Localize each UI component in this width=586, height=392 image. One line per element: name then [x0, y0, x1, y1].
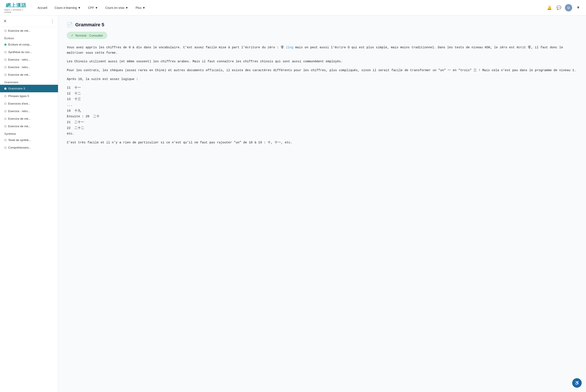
check-icon: ✓	[71, 34, 74, 37]
numbers-list: 11 十一 12 十二 13 十三 ... 19 十九 Ensuite : 20…	[67, 85, 578, 136]
page-header: 📄 Grammaire 5	[67, 22, 578, 28]
nav-item-visio[interactable]: Cours en visio ▼	[102, 5, 131, 11]
status-badge[interactable]: ✓ Terminé : Consulter	[67, 32, 107, 39]
logo-subtitle: learn | chinese | online	[4, 8, 28, 13]
sidebar-item-exercice-me-3[interactable]: Exercice de mé...	[0, 115, 58, 122]
page-title: Grammaire 5	[75, 22, 104, 28]
sidebar-item-dot	[4, 66, 6, 68]
notification-icon[interactable]: 🔔	[546, 4, 553, 11]
sidebar-item-label: Exercice de mé...	[8, 73, 30, 76]
sidebar-item-dot	[4, 125, 6, 128]
sidebar: ✕ ⋮ Exercice de mé... Écriture Écriture …	[0, 16, 58, 392]
sidebar-item-dot-active	[4, 88, 6, 90]
sidebar-item-label: Exercices d'ent...	[8, 102, 30, 105]
sidebar-item-dot	[4, 95, 6, 97]
sidebar-item-exercice-me-4[interactable]: Exercice de mé...	[0, 122, 58, 130]
sidebar-item-dot	[4, 59, 6, 61]
sidebar-item-exercice-me-1[interactable]: Exercice de mé...	[0, 27, 58, 34]
sidebar-item-label: Grammaire 5	[8, 87, 25, 90]
nav-item-elearning[interactable]: Cours e-learning ▼	[52, 5, 84, 11]
sidebar-header: ✕ ⋮	[0, 16, 58, 27]
sidebar-item-label: Phrases types 5	[8, 94, 29, 98]
sidebar-item-phrases-types5[interactable]: Phrases types 5	[0, 92, 58, 100]
sidebar-item-exercice-retro-2[interactable]: Exercice : retro...	[0, 64, 58, 71]
pinyin-ling: líng	[286, 46, 294, 49]
number-row-22: 22 二十二	[67, 126, 578, 131]
sidebar-item-label: Écriture et comp...	[8, 43, 32, 46]
sidebar-item-dot	[4, 110, 6, 112]
chevron-down-icon[interactable]: ▼	[575, 4, 582, 11]
avatar[interactable]: U	[565, 4, 572, 12]
paragraph-4: Après 10, la suite est assez logique :	[67, 76, 578, 82]
chevron-down-icon: ▼	[78, 6, 81, 10]
accessibility-button[interactable]: ♿	[572, 378, 582, 388]
sidebar-item-label: Exercice : retro...	[8, 58, 30, 61]
sidebar-section-synthese: Synthèse	[0, 130, 58, 136]
main-content: 📄 Grammaire 5 ✓ Terminé : Consulter Vous…	[58, 16, 586, 392]
paragraph-2: Les Chinois utilisent aussi (et même sou…	[67, 59, 578, 64]
status-text: Terminé : Consulter	[75, 34, 103, 37]
top-navigation: 網上漢語 learn | chinese | online Accueil Co…	[0, 0, 586, 16]
sidebar-section-ecriture: Écriture	[0, 34, 58, 41]
sidebar-item-label: Synthèse du voc...	[8, 50, 32, 54]
main-layout: ✕ ⋮ Exercice de mé... Écriture Écriture …	[0, 16, 586, 392]
sidebar-item-texte-synthese[interactable]: Texte de synthè...	[0, 136, 58, 144]
number-row-dots: ...	[67, 102, 578, 108]
nav-item-cpf[interactable]: CPF ▼	[85, 5, 101, 11]
paragraph-1: Vous avez appris les chiffres de 0 à dix…	[67, 45, 578, 56]
logo[interactable]: 網上漢語 learn | chinese | online	[4, 2, 28, 13]
sidebar-item-label: Compréhension...	[8, 146, 31, 149]
chevron-down-icon: ▼	[125, 6, 128, 10]
sidebar-item-grammaire5[interactable]: Grammaire 5	[0, 85, 58, 92]
accessibility-icon: ♿	[574, 380, 580, 386]
paragraph-3: Pour les contrats, les chèques (assez ra…	[67, 68, 578, 73]
sidebar-item-exercice-retro-3[interactable]: Exercice : retro...	[0, 108, 58, 115]
content-body: Vous avez appris les chiffres de 0 à dix…	[67, 45, 578, 145]
sidebar-item-dot	[4, 74, 6, 76]
number-row-11: 11 十一	[67, 85, 578, 90]
sidebar-item-dot	[4, 146, 6, 149]
sidebar-item-label: Exercice de mé...	[8, 117, 30, 120]
sidebar-item-label: Texte de synthè...	[8, 138, 31, 142]
sidebar-item-synthese-voc[interactable]: Synthèse du voc...	[0, 48, 58, 56]
nav-links: Accueil Cours e-learning ▼ CPF ▼ Cours e…	[34, 5, 546, 11]
sidebar-item-label: Exercice de mé...	[8, 125, 30, 128]
document-icon: 📄	[67, 22, 73, 28]
chevron-down-icon: ▼	[95, 6, 98, 10]
sidebar-item-dot	[4, 103, 6, 105]
number-row-etc: etc.	[67, 131, 578, 136]
sidebar-item-dot	[4, 118, 6, 120]
nav-icons: 🔔 💬 U ▼	[546, 4, 582, 12]
sidebar-more-button[interactable]: ⋮	[50, 18, 54, 24]
chevron-down-icon: ▼	[142, 6, 145, 10]
sidebar-item-label: Exercice : retro...	[8, 66, 30, 69]
logo-chinese: 網上漢語	[6, 2, 26, 8]
number-row-21: 21 二十一	[67, 120, 578, 125]
sidebar-item-exercices-ent[interactable]: Exercices d'ent...	[0, 100, 58, 108]
sidebar-close-button[interactable]: ✕	[4, 19, 7, 24]
number-row-12: 12 十二	[67, 91, 578, 96]
chat-icon[interactable]: 💬	[556, 4, 562, 11]
sidebar-item-label: Exercice : retro...	[8, 110, 30, 113]
sidebar-item-dot	[4, 51, 6, 53]
sidebar-item-dot	[4, 30, 6, 32]
sidebar-item-exercice-retro-1[interactable]: Exercice : retro...	[0, 56, 58, 64]
paragraph-last: C'est très facile et il n'y a rien de pa…	[67, 140, 578, 145]
sidebar-item-dot	[4, 139, 6, 141]
nav-item-accueil[interactable]: Accueil	[34, 5, 50, 11]
nav-item-plus[interactable]: Plus ▼	[132, 5, 148, 11]
sidebar-item-ecriture-comp[interactable]: Écriture et comp...	[0, 41, 58, 48]
sidebar-item-dot-green	[4, 44, 6, 46]
sidebar-item-exercice-me-2[interactable]: Exercice de mé...	[0, 71, 58, 78]
sidebar-item-comprehension[interactable]: Compréhension...	[0, 144, 58, 151]
number-row-20: Ensuite : 20 二十	[67, 114, 578, 119]
sidebar-item-label: Exercice de mé...	[8, 29, 30, 32]
number-row-19: 19 十九	[67, 108, 578, 114]
number-row-13: 13 十三	[67, 96, 578, 102]
sidebar-section-grammaire: Grammaire	[0, 78, 58, 85]
